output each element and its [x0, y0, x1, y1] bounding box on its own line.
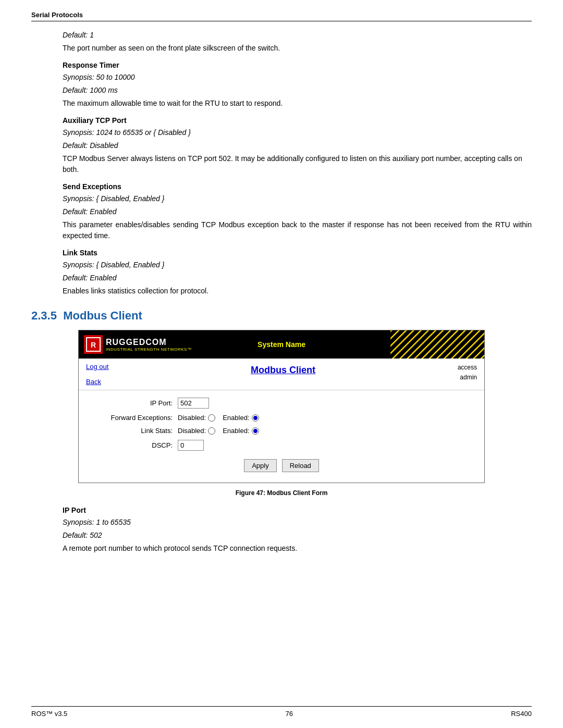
enabled-label-fe: Enabled: — [223, 414, 249, 422]
logo-main-text: RUGGEDCOM — [106, 338, 191, 347]
forward-exceptions-radio-group: Disabled: Enabled: — [178, 414, 259, 422]
default-line: Default: 1 — [63, 30, 532, 41]
svg-text:R: R — [91, 341, 96, 349]
dscp-label: DSCP: — [89, 441, 178, 449]
link-stats-enabled: Enabled: — [223, 427, 259, 435]
footer-right: RS400 — [511, 710, 532, 718]
ip-port-synopsis: Synopsis: 1 to 65535 — [63, 517, 532, 528]
auxiliary-tcp-default: Default: Disabled — [63, 140, 532, 151]
footer-left: ROS™ v3.5 — [31, 710, 67, 718]
chapter-number: 2.3.5 — [31, 309, 57, 322]
access-label: access — [458, 363, 477, 373]
ip-port-default: Default: 502 — [63, 530, 532, 541]
link-stats-form-label: Link Stats: — [89, 427, 178, 435]
response-timer-default: Default: 1000 ms — [63, 85, 532, 96]
forward-exceptions-row: Forward Exceptions: Disabled: Enabled: — [89, 414, 474, 422]
disabled-radio-ls[interactable] — [208, 427, 215, 435]
enabled-radio-fe[interactable] — [252, 414, 259, 422]
send-exceptions-synopsis: Synopsis: { Disabled, Enabled } — [63, 193, 532, 204]
ip-port-row: IP Port: — [89, 398, 474, 409]
port-desc: The port number as seen on the front pla… — [63, 43, 532, 54]
logout-link[interactable]: Log out — [86, 363, 108, 371]
ruggedcom-ui-box: R RUGGEDCOM INDUSTRIAL STRENGTH NETWORKS… — [78, 330, 485, 483]
logo-text: RUGGEDCOM INDUSTRIAL STRENGTH NETWORKS™ — [106, 338, 191, 352]
response-timer-desc: The maximum allowable time to wait for t… — [63, 98, 532, 109]
send-exceptions-desc: This parameter enables/disables sending … — [63, 219, 532, 241]
response-timer-synopsis: Synopsis: 50 to 10000 — [63, 72, 532, 83]
footer-center: 76 — [286, 710, 293, 718]
send-exceptions-title: Send Exceptions — [63, 181, 532, 192]
forward-exceptions-label: Forward Exceptions: — [89, 414, 178, 422]
nav-access: access admin — [458, 363, 477, 382]
auxiliary-tcp-synopsis: Synopsis: 1024 to 65535 or { Disabled } — [63, 127, 532, 138]
header-hatching — [390, 330, 484, 359]
link-stats-row: Link Stats: Disabled: Enabled: — [89, 427, 474, 435]
content-block: Default: 1 The port number as seen on th… — [31, 30, 532, 297]
ip-port-section-title: IP Port — [63, 505, 532, 516]
link-stats-desc: Enables links statistics collection for … — [63, 286, 532, 297]
logo-sub-text: INDUSTRIAL STRENGTH NETWORKS™ — [106, 347, 191, 352]
disabled-label-ls: Disabled: — [178, 427, 206, 435]
logo-icon: R — [84, 335, 103, 354]
dscp-row: DSCP: — [89, 440, 474, 451]
ip-port-desc: A remote port number to which protocol s… — [63, 543, 532, 554]
apply-button[interactable]: Apply — [244, 459, 277, 472]
auxiliary-tcp-desc: TCP Modbus Server always listens on TCP … — [63, 153, 532, 175]
ip-port-label: IP Port: — [89, 399, 178, 407]
nav-left: Log out Back — [86, 363, 108, 386]
figure-caption: Figure 47: Modbus Client Form — [31, 488, 532, 498]
link-stats-default: Default: Enabled — [63, 273, 532, 283]
svg-rect-4 — [390, 330, 484, 359]
link-stats-radio-group: Disabled: Enabled: — [178, 427, 259, 435]
chapter-heading: 2.3.5 Modbus Client — [31, 309, 532, 323]
button-row: Apply Reload — [89, 459, 474, 472]
link-stats-title: Link Stats — [63, 248, 532, 258]
ip-port-input[interactable] — [178, 398, 209, 409]
ip-port-section: IP Port Synopsis: 1 to 65535 Default: 50… — [31, 505, 532, 554]
radio-filled-fe — [253, 416, 258, 420]
send-exceptions-default: Default: Enabled — [63, 206, 532, 217]
disabled-radio-fe[interactable] — [208, 414, 215, 422]
link-stats-disabled: Disabled: — [178, 427, 215, 435]
link-stats-synopsis: Synopsis: { Disabled, Enabled } — [63, 260, 532, 270]
dscp-input[interactable] — [178, 440, 204, 451]
page-footer: ROS™ v3.5 76 RS400 — [31, 706, 532, 718]
radio-filled-ls — [253, 429, 258, 433]
enabled-radio-ls[interactable] — [252, 427, 259, 435]
system-name-label: System Name — [258, 340, 305, 349]
enabled-label-ls: Enabled: — [223, 427, 249, 435]
response-timer-title: Response Timer — [63, 60, 532, 71]
forward-exceptions-enabled: Enabled: — [223, 414, 259, 422]
section-title: Serial Protocols — [31, 11, 83, 19]
back-link[interactable]: Back — [86, 378, 108, 386]
page-container: Serial Protocols Default: 1 The port num… — [0, 0, 563, 728]
forward-exceptions-disabled: Disabled: — [178, 414, 215, 422]
admin-label: admin — [458, 373, 477, 382]
form-title: Modbus Client — [108, 365, 457, 376]
form-area: IP Port: Forward Exceptions: Disabled: E… — [79, 390, 484, 483]
reload-button[interactable]: Reload — [282, 459, 319, 472]
disabled-label-fe: Disabled: — [178, 414, 206, 422]
ruggedcom-nav: Log out Back Modbus Client access admin — [79, 359, 484, 390]
ruggedcom-header: R RUGGEDCOM INDUSTRIAL STRENGTH NETWORKS… — [79, 330, 484, 359]
ruggedcom-logo: R RUGGEDCOM INDUSTRIAL STRENGTH NETWORKS… — [84, 335, 191, 354]
page-header: Serial Protocols — [31, 10, 532, 21]
chapter-title: Modbus Client — [63, 309, 142, 322]
auxiliary-tcp-title: Auxiliary TCP Port — [63, 115, 532, 126]
